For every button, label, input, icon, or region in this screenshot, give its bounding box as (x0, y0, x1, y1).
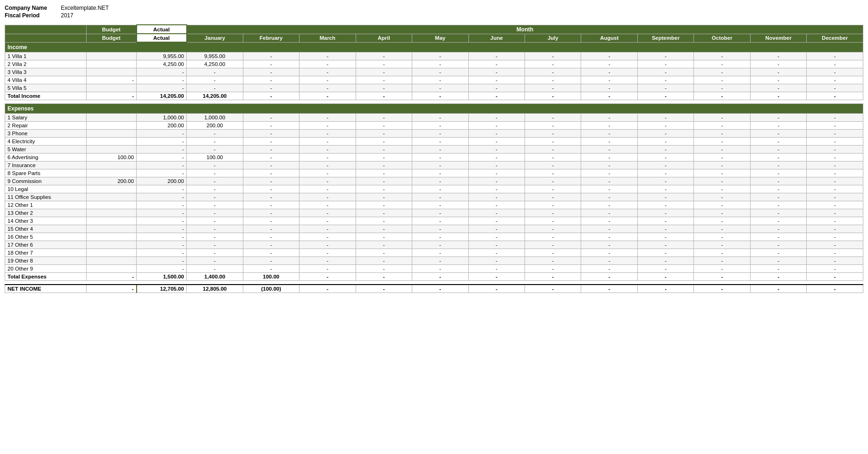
table-cell (87, 68, 137, 76)
table-row: 12 Other 1------------- (5, 201, 863, 209)
table-cell: 12,705.00 (137, 285, 187, 293)
table-cell: - (243, 169, 299, 177)
table-cell: - (299, 76, 356, 84)
table-cell (87, 169, 137, 177)
table-cell: - (807, 130, 863, 138)
table-cell: - (187, 217, 243, 225)
table-cell: - (412, 169, 468, 177)
th-dec: December (807, 34, 863, 42)
table-cell: 1 Villa 1 (5, 52, 87, 60)
table-cell: - (243, 92, 299, 100)
table-cell: - (637, 209, 693, 217)
total-row: Total Expenses-1,500.001,400.00100.00---… (5, 273, 863, 281)
table-cell: - (243, 225, 299, 233)
table-cell: - (412, 249, 468, 257)
table-cell: - (525, 52, 581, 60)
table-cell: - (525, 60, 581, 68)
table-cell: - (137, 257, 187, 265)
table-cell: - (299, 122, 356, 130)
table-cell: - (468, 146, 525, 154)
table-cell: - (356, 201, 412, 209)
table-cell: 7 Insurance (5, 161, 87, 169)
table-cell: - (299, 68, 356, 76)
table-cell: 9 Commission (5, 177, 87, 185)
table-cell: 18 Other 7 (5, 249, 87, 257)
table-cell: - (412, 201, 468, 209)
table-cell: - (187, 130, 243, 138)
table-cell: - (581, 60, 637, 68)
table-row: 11 Office Supplies------------- (5, 193, 863, 201)
table-cell: - (412, 217, 468, 225)
table-cell: - (187, 249, 243, 257)
table-cell: - (412, 225, 468, 233)
table-cell: - (750, 209, 806, 217)
table-cell: - (807, 273, 863, 281)
table-cell: - (356, 122, 412, 130)
table-cell: - (137, 201, 187, 209)
th-month-span: Month (187, 25, 863, 34)
table-cell: - (807, 209, 863, 217)
table-cell: - (187, 138, 243, 146)
table-cell: - (807, 76, 863, 84)
table-cell: - (807, 285, 863, 293)
table-cell: - (581, 154, 637, 161)
table-cell: - (243, 52, 299, 60)
table-cell: - (137, 193, 187, 201)
table-cell: 12 Other 1 (5, 201, 87, 209)
table-cell: 11 Office Supplies (5, 193, 87, 201)
table-cell: 4,250.00 (137, 60, 187, 68)
table-cell: - (243, 76, 299, 84)
table-cell: - (525, 154, 581, 161)
table-cell: - (356, 52, 412, 60)
table-cell: - (807, 52, 863, 60)
table-cell: - (243, 60, 299, 68)
table-cell: - (750, 217, 806, 225)
table-cell: - (637, 241, 693, 249)
table-cell: - (356, 154, 412, 161)
table-cell: - (187, 201, 243, 209)
table-cell (87, 193, 137, 201)
table-cell: - (468, 225, 525, 233)
table-row: 1 Salary1,000.001,000.00----------- (5, 114, 863, 122)
table-cell: - (637, 68, 693, 76)
table-cell: - (750, 241, 806, 249)
table-cell: 4 Villa 4 (5, 76, 87, 84)
section-label: Income (5, 42, 863, 52)
table-cell: - (807, 201, 863, 209)
section-header-row: Expenses (5, 104, 863, 114)
table-cell: - (243, 201, 299, 209)
table-cell: - (750, 114, 806, 122)
table-cell: - (807, 146, 863, 154)
table-cell: - (807, 114, 863, 122)
table-cell: - (187, 185, 243, 193)
table-cell: 9,955.00 (187, 52, 243, 60)
table-row: 20 Other 9------------- (5, 265, 863, 273)
table-cell: - (299, 217, 356, 225)
table-cell: - (694, 161, 750, 169)
table-cell (87, 249, 137, 257)
table-cell: - (637, 249, 693, 257)
table-cell: - (468, 52, 525, 60)
table-cell: - (137, 169, 187, 177)
table-cell: (100.00) (243, 285, 299, 293)
table-cell: - (299, 185, 356, 193)
table-cell: - (299, 241, 356, 249)
table-row: 16 Other 5------------- (5, 233, 863, 241)
table-cell: - (187, 169, 243, 177)
table-cell: - (637, 169, 693, 177)
table-cell: 16 Other 5 (5, 233, 87, 241)
table-cell: - (807, 138, 863, 146)
table-cell: - (187, 161, 243, 169)
table-cell: - (637, 273, 693, 281)
table-cell: - (750, 185, 806, 193)
th-oct: October (694, 34, 750, 42)
table-cell: - (807, 217, 863, 225)
table-cell: - (807, 249, 863, 257)
table-cell: - (807, 122, 863, 130)
table-cell: - (187, 76, 243, 84)
table-cell: - (356, 169, 412, 177)
th-may: May (412, 34, 468, 42)
table-cell: - (750, 161, 806, 169)
table-cell (87, 201, 137, 209)
table-cell: - (525, 84, 581, 92)
